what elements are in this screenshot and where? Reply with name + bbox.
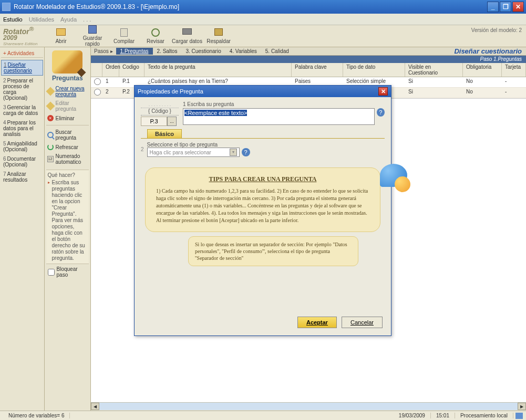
what-to-do-text: Escriba sus preguntas haciendo clic en l…: [48, 180, 87, 261]
activity-document[interactable]: 6Documentar (Opcional): [1, 154, 43, 169]
row-radio[interactable]: [94, 78, 101, 85]
brand-logo: Rotator® 2009 Shareware Edition: [0, 26, 45, 47]
lock-step-checkbox[interactable]: Bloquear paso: [46, 264, 89, 280]
steps-bar: Pasos ▸ 1.Preguntas 2. Saltos 3. Cuestio…: [91, 47, 526, 56]
dialog-close-button[interactable]: ✕: [378, 87, 388, 96]
edit-question-link[interactable]: Editar pregunta: [46, 99, 89, 113]
dialog-title: Propiedades de Pregunta: [138, 88, 203, 94]
field2-number: 2: [141, 146, 144, 152]
col-select[interactable]: [91, 63, 102, 77]
cell-orden: 1: [102, 77, 119, 87]
lock-step-label: Bloquear paso: [57, 266, 87, 278]
help-icon[interactable]: ?: [377, 108, 385, 117]
cell-tarjeta: -: [502, 88, 526, 98]
scroll-track[interactable]: [99, 403, 518, 410]
toolbar: Rotator® 2009 Shareware Edition Abrir Gu…: [0, 25, 526, 47]
menu-more[interactable]: . . .: [83, 16, 91, 23]
step-calidad[interactable]: 5. Calidad: [261, 48, 293, 55]
edit-icon: [46, 102, 55, 111]
step-cuestionario[interactable]: 3. Cuestionario: [181, 48, 225, 55]
backup-button[interactable]: Respaldar: [203, 28, 234, 44]
open-button[interactable]: Abrir: [45, 28, 77, 44]
activity-manage-load[interactable]: 3Gerenciar la carga de datos: [1, 103, 43, 118]
dialog-titlebar: Propiedades de Pregunta ✕: [135, 86, 391, 97]
col-tarjeta[interactable]: Tarjeta: [502, 63, 526, 77]
col-oblig[interactable]: Obligatoria: [463, 63, 502, 77]
activity-friendliness[interactable]: 5Amigabilidad (Opcional): [1, 139, 43, 154]
activity-prepare-analysis[interactable]: 4Preparar los datos para el analisis: [1, 118, 43, 139]
save-button[interactable]: Guardar rapido: [77, 25, 108, 47]
status-icon: [515, 413, 523, 419]
section-title: Diseñar cuestionario: [454, 47, 526, 55]
what-to-do-title: Qué hacer?: [48, 172, 87, 178]
col-texto[interactable]: Texto de la pregunta: [145, 63, 292, 77]
cell-tarjeta: -: [502, 77, 526, 87]
refresh-icon: [47, 144, 54, 150]
col-orden[interactable]: Orden: [102, 63, 119, 77]
code-field-group: . . . . . . . . . { Código } ...: [141, 101, 179, 126]
code-browse-button[interactable]: ...: [167, 117, 177, 126]
minimize-button[interactable]: _: [487, 2, 499, 12]
col-codigo[interactable]: Codigo: [119, 63, 145, 77]
menu-utilidades[interactable]: Utilidades: [29, 16, 54, 23]
delete-question-link[interactable]: ×Eliminar: [46, 113, 89, 123]
app-icon: [2, 3, 11, 11]
scroll-right-button[interactable]: ▶: [518, 403, 526, 410]
dialog-buttons: Aceptar Cancelar: [141, 313, 385, 331]
scroll-left-button[interactable]: ◀: [91, 403, 99, 410]
step-variables[interactable]: 4. Variables: [225, 48, 261, 55]
accept-button[interactable]: Aceptar: [297, 317, 337, 328]
open-icon: [56, 28, 66, 36]
activity-design[interactable]: 1Diseñar cuestionario: [1, 60, 43, 76]
step-preguntas[interactable]: 1.Preguntas: [116, 48, 153, 55]
smile-icon: [395, 176, 410, 192]
maximize-button[interactable]: ❐: [500, 2, 511, 12]
create-question-link[interactable]: Crear nueva pregunta: [46, 84, 89, 99]
new-icon: [46, 87, 55, 96]
load-data-button[interactable]: Cargar datos: [171, 28, 203, 44]
questions-actions-panel: Preguntas Crear nueva pregunta Editar pr…: [45, 47, 91, 411]
row-radio[interactable]: [94, 89, 101, 96]
delete-icon: ×: [47, 115, 54, 121]
activities-header: + Actividades: [1, 49, 43, 58]
question-text-input[interactable]: <Reemplace este texto>: [183, 108, 375, 125]
code-input[interactable]: [141, 117, 167, 126]
auto-number-link[interactable]: 12Numerado automatico: [46, 152, 89, 166]
cell-visible: Si: [405, 77, 463, 87]
number-icon: 12: [47, 156, 54, 162]
horizontal-scrollbar[interactable]: ◀ ▶: [91, 402, 526, 411]
menu-estudio[interactable]: Estudio: [3, 16, 23, 23]
window-title: Rotator Modelador de Estudios® 2009.1.83…: [14, 3, 486, 10]
compile-button[interactable]: Compilar: [108, 28, 140, 44]
menu-ayuda[interactable]: Ayuda: [60, 16, 77, 23]
activities-panel: + Actividades 1Diseñar cuestionario 2Pre…: [0, 47, 45, 411]
question-type-combo[interactable]: Haga clic para seleccionar ▾: [147, 148, 240, 157]
cancel-button[interactable]: Cancelar: [342, 317, 383, 328]
help-icon[interactable]: ?: [242, 148, 250, 156]
combo-placeholder: Haga clic para seleccionar: [150, 150, 211, 155]
cell-orden: 2: [102, 88, 119, 98]
tips-title: TIPS PARA CREAR UNA PREGUNTA: [156, 175, 369, 183]
status-bar: Número de variables= 6 19/03/2009 15:01 …: [0, 411, 526, 420]
step-saltos[interactable]: 2. Saltos: [153, 48, 182, 55]
activity-analyze[interactable]: 7Analizar resultados: [1, 170, 43, 184]
col-visible[interactable]: Visible en Cuestionario: [405, 63, 463, 77]
revise-button[interactable]: Revisar: [140, 28, 171, 44]
cell-oblig: No: [463, 77, 502, 87]
step-subtitle: Paso 1.Preguntas: [91, 56, 526, 63]
cell-oblig: No: [463, 88, 502, 98]
activity-prepare-load[interactable]: 2Preparar el proceso de carga (Opcional): [1, 76, 43, 102]
what-to-do-panel: Qué hacer? Escriba sus preguntas haciend…: [46, 170, 89, 264]
close-button[interactable]: ✕: [512, 2, 524, 12]
window-titlebar: Rotator Modelador de Estudios® 2009.1.83…: [0, 0, 526, 14]
col-palabra[interactable]: Palabra clave: [292, 63, 343, 77]
lock-step-input[interactable]: [48, 269, 55, 276]
compile-icon: [120, 28, 128, 37]
question-type-label: Seleccione el tipo de pregunta: [147, 142, 250, 148]
search-question-link[interactable]: Buscar pregunta: [46, 128, 89, 142]
separator-tip-box: Si lo que deseas es insertar un separado…: [188, 236, 358, 266]
search-icon: [47, 132, 54, 138]
col-tipo[interactable]: Tipo de dato: [343, 63, 405, 77]
tab-basico[interactable]: Básico: [147, 129, 182, 138]
refresh-link[interactable]: Refrescar: [46, 142, 89, 152]
